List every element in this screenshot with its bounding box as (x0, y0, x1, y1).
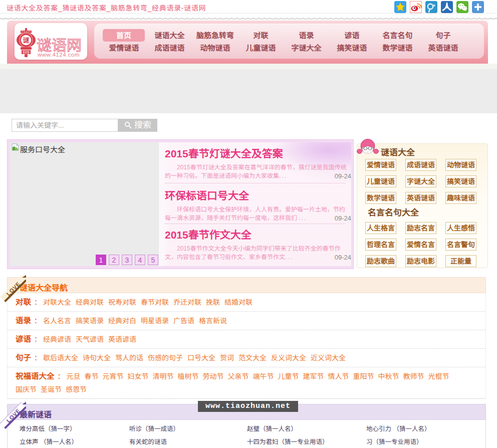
svg-text:谜: 谜 (23, 35, 30, 45)
